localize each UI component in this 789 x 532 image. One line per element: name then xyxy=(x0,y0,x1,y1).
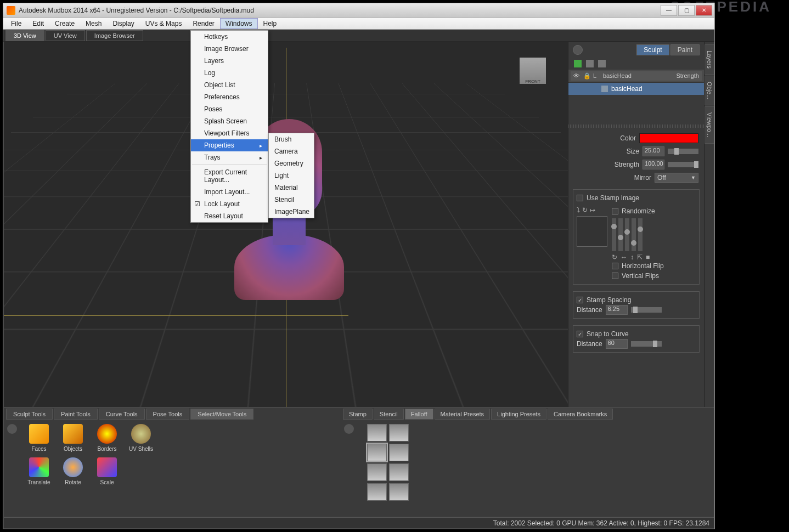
layer-col-name[interactable]: basicHead xyxy=(600,71,673,81)
stamp-spacing-check[interactable]: ✓ xyxy=(577,297,583,303)
layer-col-l[interactable]: L xyxy=(590,71,600,81)
rand-slider-2[interactable] xyxy=(618,218,623,251)
menu-windows[interactable]: Windows xyxy=(220,18,258,29)
preset-expand-icon[interactable] xyxy=(344,424,354,434)
submenu-camera[interactable]: Camera xyxy=(269,145,314,157)
submenu-stencil[interactable]: Stencil xyxy=(269,194,314,206)
flip-v-icon[interactable]: ↕ xyxy=(630,253,634,261)
tool-objects[interactable]: Objects xyxy=(60,424,86,452)
color-swatch[interactable] xyxy=(639,133,698,143)
menu-import-layout[interactable]: Import Layout... xyxy=(191,186,268,198)
tool-uv-shells[interactable]: UV Shells xyxy=(128,424,154,452)
menu-create[interactable]: Create xyxy=(49,18,80,29)
menu-export-layout[interactable]: Export Current Layout... xyxy=(191,166,268,186)
snap-dist-input[interactable]: 60 xyxy=(606,339,628,349)
tab-pose-tools[interactable]: Pose Tools xyxy=(146,409,190,420)
use-stamp-check[interactable] xyxy=(577,195,583,201)
spacing-dist-input[interactable]: 6.25 xyxy=(606,305,628,315)
panel-expand-icon[interactable] xyxy=(573,45,583,55)
snap-slider[interactable] xyxy=(631,341,662,347)
snap-curve-check[interactable]: ✓ xyxy=(577,331,583,337)
menu-image-browser[interactable]: Image Browser xyxy=(191,43,268,55)
menu-hotkeys[interactable]: Hotkeys xyxy=(191,31,268,43)
rand-slider-5[interactable] xyxy=(638,218,643,251)
sidetab-layers[interactable]: Layers xyxy=(705,44,714,75)
layer-row[interactable]: basicHead xyxy=(568,83,704,95)
sidetab-viewport[interactable]: Viewpo... xyxy=(705,106,714,143)
falloff-preset[interactable] xyxy=(389,424,409,442)
size-slider[interactable] xyxy=(668,149,698,154)
rand-slider-3[interactable] xyxy=(625,218,629,251)
stamp-reset-icon[interactable]: ↻ xyxy=(582,206,588,214)
new-layer-icon[interactable] xyxy=(574,60,582,67)
rotate-icon[interactable]: ↻ xyxy=(612,253,617,261)
tool-faces[interactable]: Faces xyxy=(26,424,52,452)
menu-display[interactable]: Display xyxy=(107,18,139,29)
submenu-geometry[interactable]: Geometry xyxy=(269,157,314,169)
menu-preferences[interactable]: Preferences xyxy=(191,91,268,103)
menu-lock-layout[interactable]: ☑Lock Layout xyxy=(191,198,268,210)
ptab-stencil[interactable]: Stencil xyxy=(374,409,404,420)
submenu-material[interactable]: Material xyxy=(269,182,314,194)
menu-render[interactable]: Render xyxy=(187,18,219,29)
viewcube[interactable]: FRONT xyxy=(520,58,546,84)
ptab-lighting[interactable]: Lighting Presets xyxy=(491,409,546,420)
strength-input[interactable]: 100.00 xyxy=(643,160,664,169)
menu-layers[interactable]: Layers xyxy=(191,55,268,67)
spacing-slider[interactable] xyxy=(631,307,662,313)
stamp-browse-icon[interactable]: ⤵ xyxy=(577,206,580,214)
rand-slider-1[interactable] xyxy=(612,218,616,251)
tool-borders[interactable]: Borders xyxy=(94,424,120,452)
tab-paint-tools[interactable]: Paint Tools xyxy=(54,409,98,420)
merge-layer-icon[interactable] xyxy=(598,60,606,67)
menu-poses[interactable]: Poses xyxy=(191,103,268,115)
falloff-preset[interactable] xyxy=(389,444,409,461)
falloff-preset[interactable] xyxy=(367,424,387,442)
menu-trays[interactable]: Trays▸ xyxy=(191,151,268,163)
menu-file[interactable]: File xyxy=(5,18,27,29)
strength-slider[interactable] xyxy=(668,162,698,167)
viewtab-image-browser[interactable]: Image Browser xyxy=(86,30,143,41)
submenu-light[interactable]: Light xyxy=(269,169,314,182)
ptab-stamp[interactable]: Stamp xyxy=(343,409,373,420)
mode-sculpt[interactable]: Sculpt xyxy=(636,44,669,55)
viewtab-3d[interactable]: 3D View xyxy=(5,30,44,41)
minimize-button[interactable]: — xyxy=(661,5,677,16)
ptab-camera[interactable]: Camera Bookmarks xyxy=(548,409,613,420)
menu-log[interactable]: Log xyxy=(191,67,268,79)
divider[interactable] xyxy=(568,124,704,128)
flip-h-icon[interactable]: ↔ xyxy=(621,253,627,261)
ptab-material[interactable]: Material Presets xyxy=(435,409,490,420)
stop-icon[interactable]: ■ xyxy=(646,253,650,261)
size-input[interactable]: 25.00 xyxy=(643,146,664,156)
menu-reset-layout[interactable]: Reset Layout xyxy=(191,210,268,222)
rand-slider-4[interactable] xyxy=(632,218,636,251)
export-icon[interactable]: ⇱ xyxy=(637,253,643,261)
falloff-preset[interactable] xyxy=(367,463,387,481)
submenu-imageplane[interactable]: ImagePlane xyxy=(269,206,314,218)
stamp-preview[interactable] xyxy=(577,216,607,247)
falloff-preset[interactable] xyxy=(389,483,409,501)
maximize-button[interactable]: ▢ xyxy=(678,5,695,16)
layer-col-strength[interactable]: Strength xyxy=(673,71,702,81)
viewtab-uv[interactable]: UV View xyxy=(46,30,85,41)
randomize-check[interactable] xyxy=(612,208,618,214)
tab-sculpt-tools[interactable]: Sculpt Tools xyxy=(6,409,53,420)
menu-viewport-filters[interactable]: Viewport Filters xyxy=(191,127,268,139)
mode-paint[interactable]: Paint xyxy=(670,44,700,55)
menu-object-list[interactable]: Object List xyxy=(191,79,268,91)
stamp-export-icon[interactable]: ↦ xyxy=(590,206,595,214)
layer-col-lock[interactable]: 🔒 xyxy=(581,71,590,81)
menu-mesh[interactable]: Mesh xyxy=(80,18,107,29)
tab-curve-tools[interactable]: Curve Tools xyxy=(99,409,145,420)
menu-uvs-maps[interactable]: UVs & Maps xyxy=(140,18,188,29)
ptab-falloff[interactable]: Falloff xyxy=(405,409,433,420)
hflip-check[interactable] xyxy=(612,263,618,269)
submenu-brush[interactable]: Brush xyxy=(269,133,314,145)
close-button[interactable]: ✕ xyxy=(696,5,712,16)
tab-select-move-tools[interactable]: Select/Move Tools xyxy=(190,409,253,420)
tool-rotate[interactable]: Rotate xyxy=(60,457,86,485)
falloff-preset[interactable] xyxy=(389,463,409,481)
vflip-check[interactable] xyxy=(612,273,618,279)
menu-help[interactable]: Help xyxy=(258,18,283,29)
